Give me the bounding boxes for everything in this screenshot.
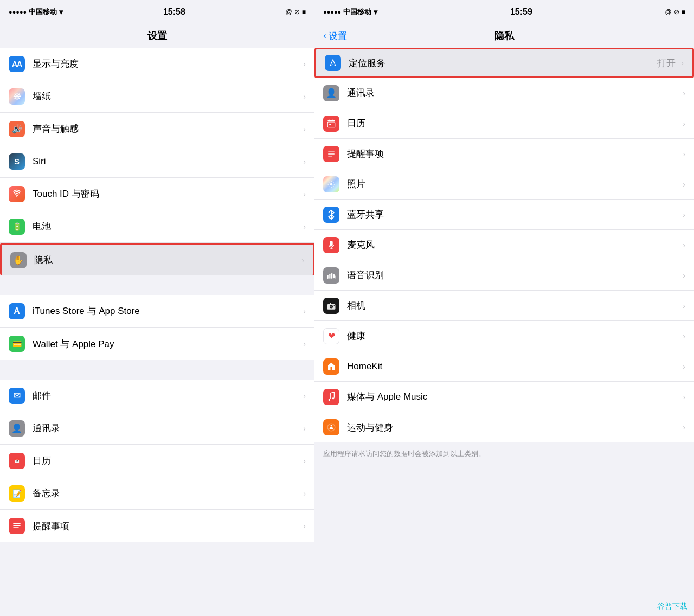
settings-row-calendar-left[interactable]: 📅 日历 ›	[0, 445, 314, 477]
chevron-touchid: ›	[303, 190, 306, 198]
settings-row-contacts-right[interactable]: 👤 通讯录 ›	[314, 78, 694, 108]
page-title-right: 隐私	[494, 29, 514, 42]
settings-row-music[interactable]: 媒体与 Apple Music ›	[314, 382, 694, 412]
chevron-location: ›	[681, 59, 684, 67]
location-icon-row	[325, 55, 341, 71]
time-right: 15:59	[510, 7, 532, 17]
reminders-left-label: 提醒事项	[33, 520, 301, 532]
health-label: 健康	[347, 330, 680, 342]
location-icon-right: @	[665, 8, 672, 16]
footer-note: 应用程序请求访问您的数据时会被添加到以上类别。	[314, 442, 694, 465]
settings-row-wallpaper[interactable]: ❋ 墙纸 ›	[0, 80, 314, 113]
carrier-name-right: 中国移动	[343, 7, 371, 17]
music-svg	[327, 392, 336, 402]
status-bar-right: ●●●●● 中国移动 ▾ 15:59 @ ⊘ ■	[314, 0, 694, 24]
signal-left: ●●●●●	[9, 9, 27, 15]
settings-row-speech[interactable]: 语音识别 ›	[314, 260, 694, 291]
motion-label: 运动与健身	[347, 421, 680, 434]
svg-rect-9	[328, 153, 335, 155]
left-panel: ●●●●● 中国移动 ▾ 15:58 @ ⊘ ■ 设置 AA 显示与亮度 › ❋…	[0, 0, 314, 616]
settings-row-reminders-right[interactable]: 提醒事项 ›	[314, 139, 694, 169]
homekit-icon	[323, 358, 339, 375]
settings-row-calendar-right[interactable]: 日历 ›	[314, 108, 694, 139]
svg-rect-17	[333, 181, 334, 182]
right-panel: ●●●●● 中国移动 ▾ 15:59 @ ⊘ ■ ‹ 设置 隐私 定位服务 打开	[314, 0, 694, 616]
svg-rect-23	[327, 275, 329, 279]
settings-row-notes[interactable]: 📝 备忘录 ›	[0, 477, 314, 510]
settings-row-location[interactable]: 定位服务 打开 ›	[314, 48, 694, 78]
chevron-privacy: ›	[301, 256, 304, 265]
privacy-list: 定位服务 打开 › 👤 通讯录 › 日历 ›	[314, 48, 694, 442]
settings-row-battery[interactable]: 🔋 电池 ›	[0, 210, 314, 243]
status-icons-right: @ ⊘ ■	[665, 8, 685, 16]
carrier-name-left: 中国移动	[29, 7, 57, 17]
contacts-left-label: 通讯录	[33, 422, 301, 434]
back-button[interactable]: ‹ 设置	[323, 30, 347, 42]
touchid-icon	[9, 186, 25, 202]
settings-row-wallet[interactable]: 💳 Wallet 与 Apple Pay ›	[0, 328, 314, 360]
calendar-left-label: 日历	[33, 454, 301, 467]
settings-row-siri[interactable]: S Siri ›	[0, 145, 314, 178]
wifi-icon: ▾	[59, 8, 63, 16]
chevron-siri: ›	[303, 157, 306, 166]
contacts-left-icon: 👤	[9, 420, 25, 437]
svg-rect-6	[332, 119, 333, 121]
svg-rect-27	[336, 275, 337, 279]
settings-row-health[interactable]: ❤ 健康 ›	[314, 321, 694, 351]
photos-icon	[323, 176, 339, 193]
svg-rect-0	[13, 523, 21, 524]
svg-rect-4	[327, 122, 335, 127]
svg-rect-20	[330, 240, 332, 246]
svg-rect-15	[334, 184, 335, 185]
svg-rect-18	[329, 186, 330, 187]
svg-rect-8	[328, 151, 335, 152]
svg-rect-13	[331, 187, 332, 188]
photos-label: 照片	[347, 178, 680, 190]
settings-row-motion[interactable]: 运动与健身 ›	[314, 412, 694, 442]
svg-rect-2	[13, 527, 19, 528]
chevron-wallet: ›	[303, 339, 306, 348]
settings-row-homekit[interactable]: HomeKit ›	[314, 351, 694, 382]
itunes-icon: A	[9, 303, 25, 319]
settings-row-privacy[interactable]: ✋ 隐私 ›	[0, 243, 314, 275]
chevron-contacts-left: ›	[303, 424, 306, 433]
speech-icon	[323, 267, 339, 284]
location-svg	[328, 58, 338, 68]
settings-row-photos[interactable]: 照片 ›	[314, 169, 694, 200]
settings-row-microphone[interactable]: 麦克风 ›	[314, 230, 694, 260]
svg-rect-7	[329, 124, 331, 125]
sound-icon: 🔊	[9, 121, 25, 137]
settings-group-2: A iTunes Store 与 App Store › 💳 Wallet 与 …	[0, 295, 314, 360]
microphone-label: 麦克风	[347, 239, 680, 251]
gps-icon-right: ⊘	[674, 8, 679, 16]
reminders-right-label: 提醒事项	[347, 147, 680, 160]
homekit-svg	[326, 362, 336, 371]
settings-row-contacts-left[interactable]: 👤 通讯录 ›	[0, 412, 314, 445]
separator-1	[0, 275, 314, 295]
chevron-speech: ›	[683, 271, 685, 280]
calendar-right-label: 日历	[347, 117, 680, 130]
svg-point-30	[330, 305, 332, 307]
settings-row-sound[interactable]: 🔊 声音与触感 ›	[0, 113, 314, 145]
settings-row-mail[interactable]: ✉ 邮件 ›	[0, 380, 314, 412]
settings-row-reminders-left[interactable]: 提醒事项 ›	[0, 510, 314, 542]
calendar-left-icon: 📅	[9, 453, 25, 469]
settings-group-3: ✉ 邮件 › 👤 通讯录 › 📅 日历 › 📝 备忘录 ›	[0, 380, 314, 542]
svg-rect-14	[327, 184, 329, 185]
fingerprint-svg	[12, 189, 22, 199]
settings-row-display[interactable]: AA 显示与亮度 ›	[0, 48, 314, 80]
settings-row-bluetooth[interactable]: 蓝牙共享 ›	[314, 200, 694, 230]
settings-row-touchid[interactable]: Touch ID 与密码 ›	[0, 178, 314, 210]
svg-rect-25	[331, 273, 332, 279]
chevron-bluetooth: ›	[683, 210, 685, 219]
footer-note-text: 应用程序请求访问您的数据时会被添加到以上类别。	[323, 450, 485, 458]
privacy-icon: ✋	[10, 252, 27, 268]
settings-group-1: AA 显示与亮度 › ❋ 墙纸 › 🔊 声音与触感 › S Siri ›	[0, 48, 314, 275]
settings-row-itunes[interactable]: A iTunes Store 与 App Store ›	[0, 295, 314, 328]
reminders-left-icon	[9, 518, 25, 534]
wallpaper-label: 墙纸	[33, 90, 301, 102]
battery-icon: ■	[302, 8, 306, 16]
settings-row-camera[interactable]: 相机 ›	[314, 291, 694, 321]
wifi-icon-right: ▾	[374, 8, 377, 16]
svg-point-33	[331, 425, 332, 427]
